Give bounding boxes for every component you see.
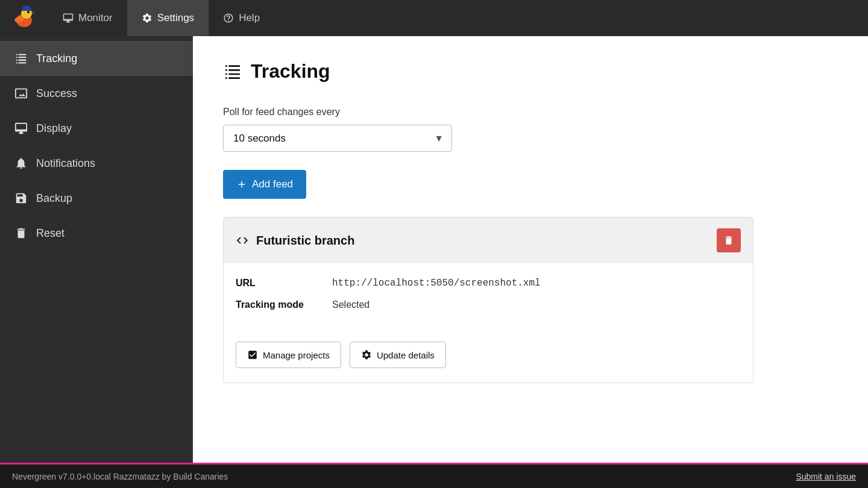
- feed-actions: Manage projects Update details: [224, 336, 753, 383]
- bell-icon: [14, 157, 28, 170]
- sidebar: Tracking Success Display Notifications B…: [0, 36, 193, 463]
- code-icon: [236, 234, 249, 247]
- trash-icon: [14, 227, 28, 240]
- feed-tracking-mode-field: Tracking mode Selected: [236, 299, 741, 310]
- feed-card-header: Futuristic branch: [224, 217, 753, 263]
- list-icon: [14, 52, 28, 65]
- bottombar: Nevergreen v7.0.0+0.local Razzmatazz by …: [0, 463, 868, 488]
- gear-icon: [361, 349, 372, 360]
- trash-feed-icon: [723, 235, 734, 246]
- topnav: Monitor Settings Help: [0, 0, 868, 36]
- nav-help[interactable]: Help: [209, 0, 274, 36]
- image-icon: [14, 87, 28, 100]
- svg-rect-6: [23, 6, 30, 9]
- floppy-icon: [14, 192, 28, 205]
- feed-url-field: URL http://localhost:5050/screenshot.xml: [236, 278, 741, 289]
- nav-monitor[interactable]: Monitor: [48, 0, 127, 36]
- sidebar-item-display[interactable]: Display: [0, 111, 193, 146]
- svg-marker-4: [32, 11, 35, 14]
- plus-icon: [236, 179, 247, 190]
- checkbox-icon: [247, 349, 258, 360]
- url-value: http://localhost:5050/screenshot.xml: [332, 278, 541, 289]
- feed-card-body: URL http://localhost:5050/screenshot.xml…: [224, 263, 753, 336]
- nav-settings[interactable]: Settings: [127, 0, 209, 36]
- logo-bird-icon: [11, 5, 37, 31]
- url-label: URL: [236, 278, 332, 289]
- manage-projects-button[interactable]: Manage projects: [236, 342, 341, 368]
- sidebar-item-reset[interactable]: Reset: [0, 216, 193, 251]
- page-title-list-icon: [223, 62, 242, 81]
- logo: [0, 0, 48, 36]
- version-text: Nevergreen v7.0.0+0.local Razzmatazz by …: [12, 472, 228, 481]
- sidebar-item-success[interactable]: Success: [0, 76, 193, 111]
- feed-card-title: Futuristic branch: [236, 234, 354, 248]
- delete-feed-button[interactable]: [717, 228, 741, 252]
- content-area: Tracking Poll for feed changes every 5 s…: [193, 36, 868, 463]
- submit-issue-link[interactable]: Submit an issue: [796, 472, 856, 481]
- update-details-button[interactable]: Update details: [350, 342, 446, 368]
- monitor-icon: [63, 13, 74, 23]
- sidebar-item-notifications[interactable]: Notifications: [0, 146, 193, 181]
- poll-dropdown[interactable]: 5 seconds 10 seconds 30 seconds 1 minute…: [223, 125, 452, 152]
- poll-dropdown-wrapper: 5 seconds 10 seconds 30 seconds 1 minute…: [223, 125, 452, 152]
- display-icon: [14, 122, 28, 135]
- feed-card: Futuristic branch URL http://localhost:5…: [223, 217, 753, 383]
- tracking-mode-value: Selected: [332, 299, 370, 310]
- tracking-mode-label: Tracking mode: [236, 299, 332, 310]
- poll-label: Poll for feed changes every: [223, 107, 838, 117]
- settings-icon: [142, 13, 153, 23]
- add-feed-button[interactable]: Add feed: [223, 170, 306, 199]
- help-icon: [223, 13, 234, 23]
- page-title: Tracking: [223, 60, 838, 83]
- sidebar-item-tracking[interactable]: Tracking: [0, 41, 193, 76]
- main-layout: Tracking Success Display Notifications B…: [0, 36, 868, 463]
- svg-point-3: [27, 11, 30, 13]
- sidebar-item-backup[interactable]: Backup: [0, 181, 193, 216]
